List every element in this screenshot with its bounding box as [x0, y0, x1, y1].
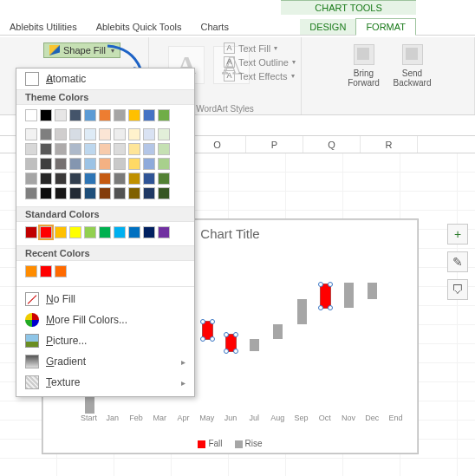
color-swatch[interactable] [25, 143, 37, 155]
color-swatch[interactable] [84, 187, 96, 199]
color-swatch[interactable] [143, 128, 155, 140]
color-swatch[interactable] [128, 226, 140, 238]
text-effects-button[interactable]: AText Effects▾ [224, 70, 296, 82]
fall-bar[interactable] [226, 335, 236, 351]
color-swatch[interactable] [128, 143, 140, 155]
color-swatch[interactable] [114, 109, 126, 121]
chart-filters-button[interactable]: ⛉ [447, 279, 468, 300]
column-header[interactable]: Q [303, 136, 361, 153]
selection-handle[interactable] [328, 305, 333, 310]
color-swatch[interactable] [55, 109, 67, 121]
selection-handle[interactable] [224, 349, 229, 354]
color-swatch[interactable] [55, 143, 67, 155]
color-swatch[interactable] [158, 187, 170, 199]
color-swatch[interactable] [114, 187, 126, 199]
text-fill-button[interactable]: AText Fill▾ [224, 42, 296, 54]
color-swatch[interactable] [84, 128, 96, 140]
color-swatch[interactable] [55, 187, 67, 199]
color-swatch[interactable] [99, 109, 111, 121]
color-swatch[interactable] [158, 226, 170, 238]
rise-bar[interactable] [297, 299, 307, 324]
color-swatch[interactable] [40, 143, 52, 155]
more-colors-item[interactable]: More Fill Colors... [16, 310, 194, 330]
selection-handle[interactable] [200, 319, 205, 324]
color-swatch[interactable] [25, 265, 37, 277]
selection-handle[interactable] [210, 319, 215, 324]
color-swatch[interactable] [99, 173, 111, 185]
color-swatch[interactable] [158, 173, 170, 185]
tab-ablebits-quick[interactable]: Ablebits Quick Tools [87, 19, 192, 35]
color-swatch[interactable] [55, 265, 67, 277]
color-swatch[interactable] [69, 187, 81, 199]
color-swatch[interactable] [99, 158, 111, 170]
tab-ablebits-utilities[interactable]: Ablebits Utilities [0, 19, 87, 35]
color-swatch[interactable] [99, 128, 111, 140]
color-swatch[interactable] [158, 143, 170, 155]
fall-bar[interactable] [203, 322, 212, 338]
text-outline-button[interactable]: AText Outline▾ [224, 56, 296, 68]
send-backward-button[interactable]: Send Backward [394, 42, 432, 102]
color-swatch[interactable] [84, 226, 96, 238]
fall-bar[interactable] [321, 284, 330, 307]
color-swatch[interactable] [99, 187, 111, 199]
color-swatch[interactable] [128, 158, 140, 170]
column-header[interactable]: O [189, 136, 246, 153]
color-swatch[interactable] [25, 226, 37, 238]
color-swatch[interactable] [84, 158, 96, 170]
color-swatch[interactable] [69, 143, 81, 155]
color-swatch[interactable] [158, 158, 170, 170]
color-swatch[interactable] [128, 187, 140, 199]
color-swatch[interactable] [40, 109, 52, 121]
color-swatch[interactable] [69, 128, 81, 140]
color-swatch[interactable] [25, 158, 37, 170]
legend-fall[interactable]: Fall [198, 439, 222, 448]
color-swatch[interactable] [143, 143, 155, 155]
chart-elements-button[interactable]: + [447, 224, 468, 245]
selection-handle[interactable] [233, 332, 238, 337]
picture-item[interactable]: Picture... [16, 330, 194, 351]
color-swatch[interactable] [114, 158, 126, 170]
texture-item[interactable]: Texture ▸ [16, 372, 194, 393]
no-fill-item[interactable]: No Fill [16, 289, 194, 310]
chart-legend[interactable]: Fall Rise [42, 439, 418, 448]
selection-handle[interactable] [200, 336, 205, 342]
gradient-item[interactable]: Gradient ▸ [16, 351, 194, 372]
color-swatch[interactable] [55, 158, 67, 170]
color-swatch[interactable] [55, 128, 67, 140]
color-swatch[interactable] [25, 109, 37, 121]
color-swatch[interactable] [84, 173, 96, 185]
color-swatch[interactable] [158, 128, 170, 140]
automatic-item[interactable]: Automatic [16, 68, 194, 89]
rise-bar[interactable] [273, 324, 283, 339]
color-swatch[interactable] [40, 187, 52, 199]
shape-fill-button[interactable]: Shape Fill ▾ [43, 42, 120, 58]
color-swatch[interactable] [99, 226, 111, 238]
selection-handle[interactable] [318, 282, 323, 287]
legend-rise[interactable]: Rise [235, 439, 263, 448]
color-swatch[interactable] [69, 173, 81, 185]
rise-bar[interactable] [250, 339, 259, 351]
color-swatch[interactable] [69, 158, 81, 170]
selection-handle[interactable] [318, 305, 323, 310]
color-swatch[interactable] [40, 265, 52, 277]
tab-charts[interactable]: Charts [192, 19, 238, 35]
color-swatch[interactable] [114, 128, 126, 140]
selection-handle[interactable] [224, 332, 229, 337]
color-swatch[interactable] [69, 109, 81, 121]
color-swatch[interactable] [143, 109, 155, 121]
tab-design[interactable]: DESIGN [300, 19, 355, 35]
color-swatch[interactable] [25, 128, 37, 140]
color-swatch[interactable] [114, 226, 126, 238]
color-swatch[interactable] [84, 109, 96, 121]
selection-handle[interactable] [233, 349, 238, 354]
column-header[interactable]: P [246, 136, 303, 153]
color-swatch[interactable] [114, 143, 126, 155]
color-swatch[interactable] [40, 226, 52, 238]
color-swatch[interactable] [128, 109, 140, 121]
selection-handle[interactable] [210, 336, 215, 342]
rise-bar[interactable] [344, 283, 354, 308]
tab-format[interactable]: FORMAT [355, 18, 416, 36]
chart-styles-button[interactable]: ✎ [447, 251, 468, 272]
color-swatch[interactable] [143, 173, 155, 185]
color-swatch[interactable] [40, 158, 52, 170]
